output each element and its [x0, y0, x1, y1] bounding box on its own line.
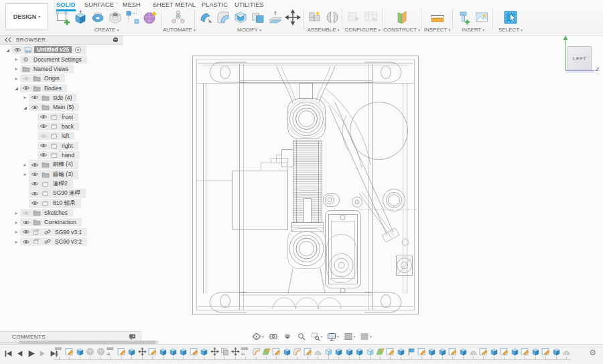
hole-button[interactable] — [107, 9, 123, 25]
chevron-down-icon[interactable]: ▾ — [337, 335, 339, 339]
browser-row-document-settings[interactable]: ▸⚙Document Settings — [0, 54, 123, 64]
timeline-feature-plane[interactable] — [376, 347, 385, 356]
timeline-feature-fillet[interactable] — [293, 347, 302, 356]
go-to-start-button[interactable] — [4, 349, 13, 358]
timeline-feature-form[interactable] — [86, 347, 94, 356]
expand-open-icon[interactable]: ◢ — [13, 86, 20, 90]
timeline-group-marker[interactable]: 000⊞ — [107, 347, 117, 355]
visibility-eye-icon[interactable] — [21, 229, 30, 235]
timeline-group-marker[interactable]: 000⊞ — [55, 347, 65, 355]
expand-closed-icon[interactable]: ▸ — [13, 229, 20, 235]
timeline-feature-extrude[interactable] — [179, 347, 188, 356]
timeline-feature-sketch[interactable] — [117, 347, 126, 356]
timeline-feature-extrude[interactable] — [283, 347, 291, 356]
timeline-feature-flag[interactable] — [407, 347, 415, 356]
node-label[interactable]: Named Views — [32, 66, 70, 72]
visibility-eye-icon[interactable] — [21, 210, 30, 216]
select-window-button[interactable] — [503, 9, 519, 25]
revolve-button[interactable] — [90, 9, 106, 25]
expand-closed-icon[interactable]: ▸ — [13, 66, 20, 72]
node-label[interactable]: Bodies — [43, 85, 63, 92]
group-dropdown-select[interactable]: SELECT ▾ — [494, 27, 527, 33]
group-dropdown-create[interactable]: CREATE ▾ — [54, 27, 159, 33]
expand-closed-icon[interactable]: ▸ — [13, 210, 20, 216]
group-dropdown-automate[interactable]: AUTOMATE ▾ — [163, 27, 194, 33]
pan-icon[interactable] — [283, 332, 292, 341]
visibility-eye-icon[interactable] — [21, 76, 30, 82]
shell-button[interactable] — [232, 9, 249, 25]
timeline-feature-revolve[interactable] — [469, 347, 478, 356]
chevron-down-icon[interactable]: ▾ — [262, 335, 264, 339]
timeline-feature-extrude[interactable] — [427, 347, 436, 356]
browser-row-sketches[interactable]: ▸Sketches — [0, 208, 123, 217]
browser-row-back[interactable]: back — [0, 122, 123, 131]
timeline-feature-extrude[interactable] — [355, 347, 364, 356]
timeline-group-marker[interactable]: 000⊞ — [241, 347, 251, 355]
timeline-feature-sketch[interactable] — [448, 347, 457, 356]
node-label[interactable]: Origin — [43, 75, 61, 82]
timeline-feature-sketch[interactable] — [148, 347, 157, 356]
visibility-eye-icon[interactable] — [30, 162, 39, 168]
visibility-eye-icon[interactable] — [21, 219, 30, 225]
node-label[interactable]: Untitled v25 — [34, 46, 72, 53]
fillet-button[interactable] — [215, 9, 231, 25]
node-label[interactable]: 齒輪 (3) — [52, 171, 74, 179]
node-label[interactable]: SG90 v3:1 — [54, 229, 83, 236]
node-label[interactable]: hand — [60, 152, 76, 159]
timeline-feature-sketch[interactable] — [521, 347, 529, 356]
timeline-feature-plane[interactable] — [262, 347, 271, 356]
expand-closed-icon[interactable]: ▸ — [13, 76, 20, 82]
timeline-feature-extrude[interactable] — [531, 347, 540, 356]
browser-row-810-[interactable]: 810 軸承 — [0, 199, 123, 208]
browser-row-sg90-[interactable]: SG90 連桿 — [0, 189, 123, 198]
press-pull-button[interactable] — [198, 9, 214, 25]
browser-row-main-5-[interactable]: ◢Main (5) — [0, 102, 123, 112]
timeline-feature-extrude[interactable] — [76, 347, 84, 356]
combine-button[interactable] — [250, 9, 266, 25]
timeline-feature-extrude[interactable] — [159, 347, 168, 356]
expand-group-icon[interactable]: ⊞ — [55, 352, 65, 355]
timeline-feature-sketch[interactable] — [479, 347, 488, 356]
look-at-icon[interactable] — [269, 332, 278, 341]
node-label[interactable]: Document Settings — [32, 56, 83, 63]
timeline-feature-extrude[interactable] — [334, 347, 343, 356]
timeline-feature-form[interactable] — [96, 347, 105, 356]
configuration-button[interactable] — [346, 9, 362, 25]
chevron-down-icon[interactable]: ▾ — [321, 335, 323, 339]
timeline-feature-sketch[interactable] — [500, 347, 509, 356]
step-back-button[interactable] — [15, 349, 24, 358]
browser-row-named-views[interactable]: ▸Named Views — [0, 64, 123, 74]
browser-row-right[interactable]: right — [0, 141, 123, 150]
expand-closed-icon[interactable]: ▸ — [21, 171, 29, 177]
display-settings-icon[interactable]: ▾ — [327, 332, 339, 341]
create-form-button[interactable] — [142, 9, 158, 25]
browser-row-hand[interactable]: hand — [0, 151, 123, 160]
orbit-icon[interactable]: ▾ — [252, 332, 264, 341]
grid-settings-icon[interactable]: ▾ — [344, 332, 356, 341]
node-label[interactable]: Sketches — [43, 209, 69, 216]
expand-closed-icon[interactable]: ▸ — [13, 56, 20, 62]
visibility-eye-icon[interactable] — [30, 191, 39, 197]
visibility-eye-icon[interactable] — [39, 114, 48, 120]
timeline-feature-sketch[interactable] — [417, 347, 426, 356]
expand-closed-icon[interactable]: ▸ — [21, 162, 29, 168]
move-copy-button[interactable] — [285, 9, 301, 25]
automate-button[interactable] — [170, 9, 186, 25]
offset-face-button[interactable] — [267, 9, 283, 25]
timeline-feature-extrude[interactable] — [511, 347, 519, 356]
timeline-feature-extrude[interactable] — [490, 347, 498, 356]
timeline-feature-revolve[interactable] — [314, 347, 322, 356]
timeline-feature-clone[interactable] — [220, 347, 229, 356]
play-button[interactable] — [27, 349, 36, 358]
expand-closed-icon[interactable]: ▸ — [21, 94, 29, 100]
window-zoom-icon[interactable]: ▾ — [311, 332, 323, 341]
extrude-button[interactable] — [72, 9, 88, 25]
expand-closed-icon[interactable]: ▸ — [13, 239, 20, 245]
group-dropdown-assemble[interactable]: ASSEMBLE ▾ — [306, 27, 341, 33]
zoom-icon[interactable] — [297, 332, 306, 341]
visibility-eye-icon[interactable] — [13, 47, 21, 53]
timeline-settings-gear-icon[interactable]: ⚙ — [589, 348, 596, 357]
node-label[interactable]: Main (5) — [52, 104, 75, 110]
configuration-table-button[interactable] — [363, 9, 379, 25]
browser-row-sg90-v3-1[interactable]: ▸SG90 v3:1 — [0, 227, 123, 237]
